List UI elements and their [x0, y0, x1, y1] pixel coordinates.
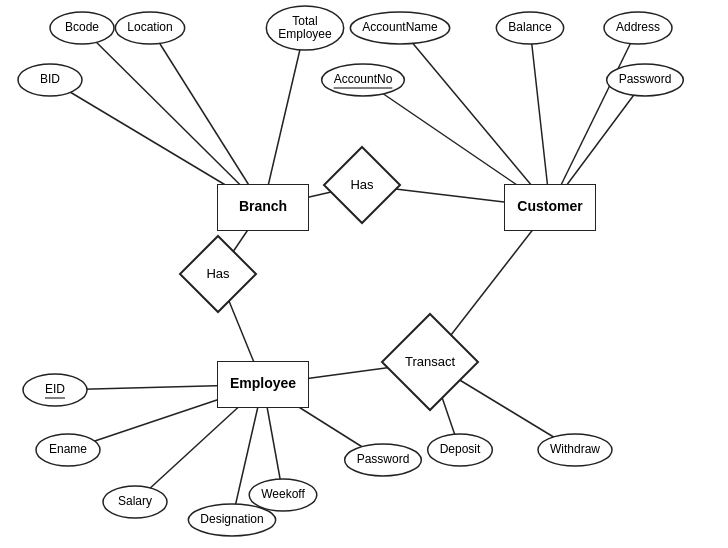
er-diagram-canvas [0, 0, 728, 548]
